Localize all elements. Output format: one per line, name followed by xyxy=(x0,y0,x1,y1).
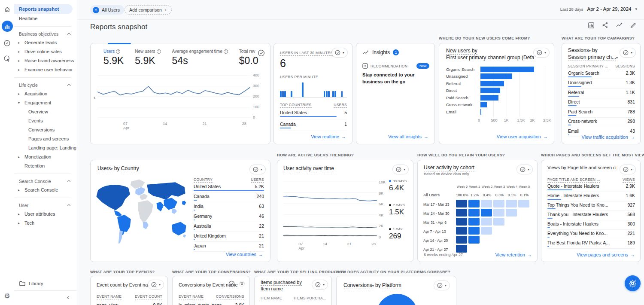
campaigns-metric[interactable]: Sessions xyxy=(568,47,589,54)
cohort-title[interactable]: User activity by cohort xyxy=(424,165,474,171)
sidebar-item-search-console[interactable]: ▸Search Console xyxy=(14,186,77,195)
sidebar-item-retention[interactable]: Retention xyxy=(14,162,77,171)
insight-message[interactable]: Stay connected to your business on the g… xyxy=(362,72,428,85)
new-users-card-controls[interactable]: ▾ xyxy=(533,48,550,58)
table-row[interactable]: Thank you - Interstate Haulers568 xyxy=(547,211,635,220)
cohort-cell[interactable] xyxy=(481,218,493,227)
activity-title[interactable]: User activity over time xyxy=(283,165,334,172)
platform-metric[interactable]: Conversions xyxy=(343,282,372,289)
bar-row[interactable]: Direct xyxy=(446,87,548,95)
cohort-cell[interactable] xyxy=(456,209,468,218)
view-countries-link[interactable]: View countries→ xyxy=(226,252,263,257)
country-dimension[interactable]: Country xyxy=(121,165,139,172)
bar-row[interactable]: Paid Search xyxy=(446,94,548,101)
sidebar-item-reports-snapshot[interactable]: Reports snapshot xyxy=(14,4,73,14)
cohort-cell[interactable] xyxy=(468,209,481,218)
campaigns-dimension[interactable]: Session primary ch... xyxy=(568,54,616,61)
realtime-card-controls[interactable]: ▾ xyxy=(331,48,348,58)
view-retention-link[interactable]: View retention→ xyxy=(495,252,532,257)
metric-users[interactable]: Users? 5.9K xyxy=(103,49,124,67)
table-row[interactable]: Top Things You Need to Kno...927 xyxy=(547,201,635,211)
sidebar-item-overview[interactable]: Overview xyxy=(14,107,77,116)
view-pages-screens-link[interactable]: View pages and screens→ xyxy=(577,252,635,257)
sidebar-item-realtime[interactable]: Realtime xyxy=(14,14,77,23)
cohort-cell[interactable] xyxy=(493,200,506,209)
table-row[interactable]: Direct831 xyxy=(568,98,635,108)
collapse-sidebar-button[interactable]: ‹ xyxy=(14,290,77,305)
home-icon[interactable] xyxy=(3,5,12,14)
table-row[interactable]: Boats - Interstate Haulers300 xyxy=(547,220,635,230)
bar-row[interactable]: Cross-network xyxy=(446,101,548,109)
sidebar-item-events[interactable]: Events xyxy=(14,116,77,125)
country-card-controls[interactable]: ▾ xyxy=(249,165,266,174)
cohort-cell[interactable] xyxy=(493,218,506,227)
table-row[interactable]: Cross-network298 xyxy=(568,118,635,128)
events-title[interactable]: Event count by Event name xyxy=(97,282,155,288)
sidebar-item-engagement[interactable]: ▾Engagement xyxy=(14,98,77,107)
filter-funnel-icon[interactable] xyxy=(239,281,245,287)
table-row[interactable]: Canada1 xyxy=(280,119,347,131)
table-row[interactable]: Paid Search788 xyxy=(568,108,635,118)
platform-card-controls[interactable]: ▾ xyxy=(434,281,450,290)
sidebar-item-conversions[interactable]: Conversions xyxy=(14,125,77,134)
admin-gear-icon[interactable]: ⚙ xyxy=(3,291,12,300)
customize-report-icon[interactable] xyxy=(587,21,595,29)
sidebar-item-generate-leads[interactable]: ▸Generate leads xyxy=(14,38,77,47)
compare-check-icon[interactable] xyxy=(258,49,265,57)
table-row[interactable]: Organic Search2.3K xyxy=(568,69,635,79)
cohort-cell[interactable] xyxy=(468,227,481,236)
cohort-cell[interactable] xyxy=(481,227,493,236)
sidebar-item-acquisition[interactable]: ▸Acquisition xyxy=(14,89,77,98)
cohort-card-controls[interactable]: ▾ xyxy=(516,165,533,174)
sidebar-item-raise-brand-awareness[interactable]: ▸Raise brand awareness xyxy=(14,56,77,65)
cohort-cell[interactable] xyxy=(456,236,468,245)
activity-card-controls[interactable]: ▾ xyxy=(392,165,409,174)
reports-icon[interactable] xyxy=(2,21,13,32)
campaigns-card-controls[interactable]: ▾ xyxy=(620,48,636,58)
metrics-scroll-right[interactable]: › xyxy=(254,55,255,61)
cohort-cell[interactable] xyxy=(456,218,468,227)
table-row[interactable]: Australia22 xyxy=(194,222,264,232)
card-title-line1[interactable]: New users by xyxy=(446,48,477,55)
cohort-cell[interactable] xyxy=(518,200,531,209)
platform-dimension[interactable]: Platform xyxy=(382,282,401,289)
table-row[interactable]: Germany46 xyxy=(194,212,264,222)
views-card-controls[interactable]: ▾ xyxy=(620,165,636,174)
metrics-scroll-left[interactable]: ‹ xyxy=(94,94,95,101)
cohort-cell[interactable] xyxy=(506,200,518,209)
cohort-cell[interactable] xyxy=(468,200,481,209)
metric-engagement-time[interactable]: Average engagement time? 54s xyxy=(172,49,228,67)
share-icon[interactable] xyxy=(601,21,609,29)
bar-row[interactable]: Organic Search xyxy=(446,66,548,73)
bar-row[interactable]: Unassigned xyxy=(446,73,548,80)
sidebar-section-business-objectives[interactable]: Business objectives xyxy=(14,30,77,38)
views-title[interactable]: Views by Page title and screen class xyxy=(547,165,616,170)
bar-row[interactable]: Referral xyxy=(446,80,548,87)
cohort-cell[interactable] xyxy=(493,209,506,218)
sidebar-section-user[interactable]: User xyxy=(14,201,77,210)
card-title-line2[interactable]: First user primary channel group (Defaul… xyxy=(446,55,534,61)
cohort-cell[interactable] xyxy=(456,200,468,209)
compare-check-icon[interactable] xyxy=(228,281,235,287)
products-title-line2[interactable]: Item name xyxy=(261,286,283,292)
advertising-icon[interactable] xyxy=(3,54,12,63)
table-row[interactable]: United States5 xyxy=(280,108,347,119)
sidebar-item-examine-user-behavior[interactable]: ▸Examine user behavior xyxy=(14,65,77,74)
table-row[interactable]: Referral1.1K xyxy=(568,88,635,98)
cohort-cell[interactable] xyxy=(506,209,518,218)
view-user-acquisition-link[interactable]: View user acquisition→ xyxy=(497,134,548,139)
table-row[interactable]: India63 xyxy=(194,202,264,212)
products-card-controls[interactable]: ▾ xyxy=(312,280,328,290)
view-traffic-acquisition-link[interactable]: View traffic acquisition→ xyxy=(582,134,635,140)
library-item[interactable]: Library xyxy=(14,278,77,290)
table-row[interactable]: United States5.2K xyxy=(194,183,264,192)
country-metric[interactable]: Users xyxy=(97,165,111,172)
cohort-cell[interactable] xyxy=(468,236,481,245)
cohort-cell[interactable] xyxy=(481,200,493,209)
table-row[interactable]: Japan21 xyxy=(194,242,264,252)
edit-icon[interactable] xyxy=(630,21,637,29)
sidebar-item-pages-and-screens[interactable]: Pages and screens xyxy=(14,134,77,143)
metric-new-users[interactable]: New users? 5.9K xyxy=(135,49,161,67)
sidebar-item-drive-online-sales[interactable]: ▸Drive online sales xyxy=(14,47,77,56)
analytics-assistant-button[interactable] xyxy=(625,275,641,291)
